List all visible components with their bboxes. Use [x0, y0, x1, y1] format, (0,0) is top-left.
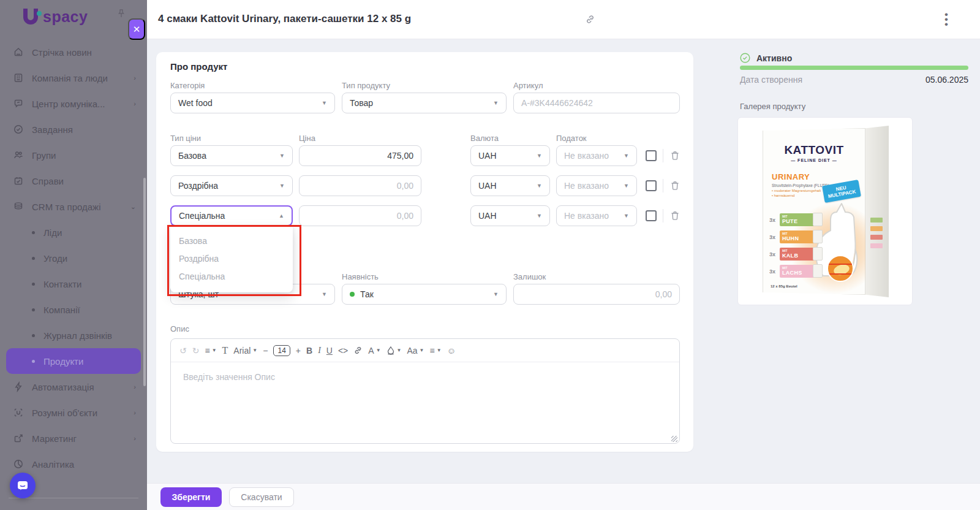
availability-select[interactable]: Так ▼ [342, 284, 507, 305]
close-panel-button[interactable]: ✕ [128, 18, 145, 40]
undo-icon[interactable]: ↺ [179, 346, 187, 356]
created-date-row: Дата створення 05.06.2025 [740, 75, 968, 85]
variant-row: 3x MITHUHN [769, 230, 815, 243]
sidebar-item-call-log[interactable]: Журнал дзвінків [0, 322, 147, 348]
price-input-row1[interactable]: 475,00 [299, 145, 421, 166]
delete-price-row1-icon[interactable] [669, 150, 680, 161]
font-select[interactable]: Arial▼ [233, 346, 257, 356]
product-type-select[interactable]: Товар ▼ [342, 93, 507, 113]
price-type-label: Тип ціни [170, 134, 201, 143]
letter-case-icon[interactable]: Aa▼ [407, 346, 424, 356]
resize-handle[interactable] [671, 436, 677, 442]
bullet-icon [32, 308, 35, 311]
variant-row: 3x MITPUTE [769, 213, 815, 226]
price-type-select-row1[interactable]: Базова ▼ [170, 145, 293, 166]
align-icon[interactable]: ≡▼ [430, 346, 442, 356]
tax-select-row3[interactable]: Не вказано ▼ [556, 205, 637, 226]
link-icon[interactable] [353, 346, 363, 355]
pin-icon[interactable] [116, 9, 126, 21]
font-size-box[interactable]: 14 [273, 345, 290, 356]
sidebar-item-deals[interactable]: Угоди [0, 245, 147, 271]
sidebar-subitem-label: Продукти [43, 356, 83, 367]
price-row3-checkbox[interactable] [646, 210, 657, 221]
variant-qty: 3x [769, 234, 777, 240]
sidebar-item-crm[interactable]: CRM та продажі ⌄ [0, 194, 147, 219]
description-label: Опис [170, 324, 189, 333]
sidebar-item-companies[interactable]: Компанії [0, 297, 147, 322]
sidebar-item-automation[interactable]: Автоматизація › [0, 374, 147, 400]
stock-input[interactable]: 0,00 [513, 284, 680, 305]
stock-placeholder: 0,00 [655, 289, 672, 299]
dropdown-option-special[interactable]: Спеціальна [170, 267, 293, 285]
sidebar-item-tasks[interactable]: Завдання [0, 116, 147, 142]
section-title: Про продукт [170, 61, 227, 72]
sidebar-item-marketing[interactable]: Маркетинг › [0, 425, 147, 451]
bullet-icon [32, 231, 35, 234]
sidebar-item-cases[interactable]: Справи [0, 168, 147, 194]
redo-icon[interactable]: ↻ [192, 346, 200, 356]
sidebar-item-company[interactable]: Компанія та люди › [0, 65, 147, 91]
price-row1-checkbox[interactable] [646, 150, 657, 161]
sidebar-item-communication[interactable]: Центр комуніка... › [0, 91, 147, 116]
divider [663, 179, 663, 192]
category-select[interactable]: Wet food ▼ [170, 93, 335, 113]
italic-icon[interactable]: I [318, 346, 321, 356]
increase-font-icon[interactable]: + [296, 346, 301, 356]
dropdown-option-retail[interactable]: Роздрібна [170, 249, 293, 267]
sidebar-item-feed[interactable]: Стрічка новин [0, 39, 147, 65]
product-gallery-image[interactable]: KATTOVIT — FELINE DIET — URINARY Struvit… [737, 117, 913, 305]
delete-price-row2-icon[interactable] [669, 180, 680, 191]
price-input-row2[interactable]: 0,00 [299, 175, 421, 196]
highlight-icon[interactable]: ▼ [386, 346, 402, 355]
bullet-icon [32, 257, 35, 260]
chat-widget-button[interactable] [10, 473, 36, 498]
sidebar-item-smart-objects[interactable]: Розумні об'єкти › [0, 400, 147, 425]
save-button[interactable]: Зберегти [160, 487, 222, 507]
dropdown-option-base[interactable]: Базова [170, 232, 293, 249]
groups-icon [12, 150, 24, 161]
sidebar-item-leads[interactable]: Ліди [0, 219, 147, 245]
tax-select-row2[interactable]: Не вказано ▼ [556, 175, 637, 196]
description-textarea[interactable]: Введіть значення Опис [171, 362, 679, 444]
created-date-value: 05.06.2025 [925, 75, 968, 85]
tax-select-row1[interactable]: Не вказано ▼ [556, 145, 637, 166]
bold-icon[interactable]: B [306, 346, 312, 356]
emoji-icon[interactable]: ☺ [447, 346, 456, 356]
price-input-row3[interactable]: 0,00 [299, 205, 421, 226]
pack-size-text: 12 x 85g Beutel [771, 284, 797, 288]
cancel-button[interactable]: Скасувати [229, 487, 294, 507]
sidebar-item-products[interactable]: Продукти [6, 348, 141, 374]
chevron-down-icon: ▼ [619, 213, 629, 219]
text-style-icon[interactable]: T [222, 345, 228, 356]
variant-chip-huhn: MITHUHN [780, 230, 815, 243]
page-header: 4 смаки Kattovit Urinary, пакети-сашетки… [147, 0, 980, 39]
editor-toolbar: ↺ ↻ ≡▼ T Arial▼ − 14 + B I U <> A▼ [171, 339, 679, 362]
copy-link-icon[interactable] [585, 14, 595, 27]
divider [663, 209, 663, 223]
price-row2-checkbox[interactable] [646, 180, 657, 191]
sku-input[interactable]: A-#3K4446624642 [513, 93, 680, 113]
availability-green-dot [350, 292, 355, 297]
sidebar-item-groups[interactable]: Групи [0, 142, 147, 168]
sidebar-item-label: Справи [32, 176, 64, 186]
more-actions-button[interactable]: ••• [942, 12, 951, 27]
line-spacing-icon[interactable]: ≡▼ [205, 346, 216, 356]
text-color-icon[interactable]: A▼ [368, 346, 380, 356]
price-type-select-row2[interactable]: Роздрібна ▼ [170, 175, 293, 196]
sidebar-scrollbar[interactable] [143, 178, 146, 386]
underline-icon[interactable]: U [326, 346, 333, 356]
price-type-select-row3[interactable]: Спеціальна ▲ [170, 205, 293, 226]
currency-select-row1[interactable]: UAH ▼ [470, 145, 550, 166]
currency-select-row2[interactable]: UAH ▼ [470, 175, 550, 196]
uspacy-logo[interactable]: spacy [23, 7, 88, 26]
variant-row: 3x MITKALB [769, 248, 815, 261]
currency-select-row3[interactable]: UAH ▼ [470, 205, 550, 226]
sku-label: Артикул [513, 81, 543, 90]
decrease-font-icon[interactable]: − [263, 346, 268, 356]
code-icon[interactable]: <> [338, 346, 348, 356]
category-label: Категорія [170, 81, 205, 90]
delete-price-row3-icon[interactable] [669, 210, 680, 221]
sidebar-item-label: Завдання [32, 124, 73, 135]
sidebar-item-contacts[interactable]: Контакти [0, 271, 147, 297]
form-footer: Зберегти Скасувати [147, 483, 980, 510]
